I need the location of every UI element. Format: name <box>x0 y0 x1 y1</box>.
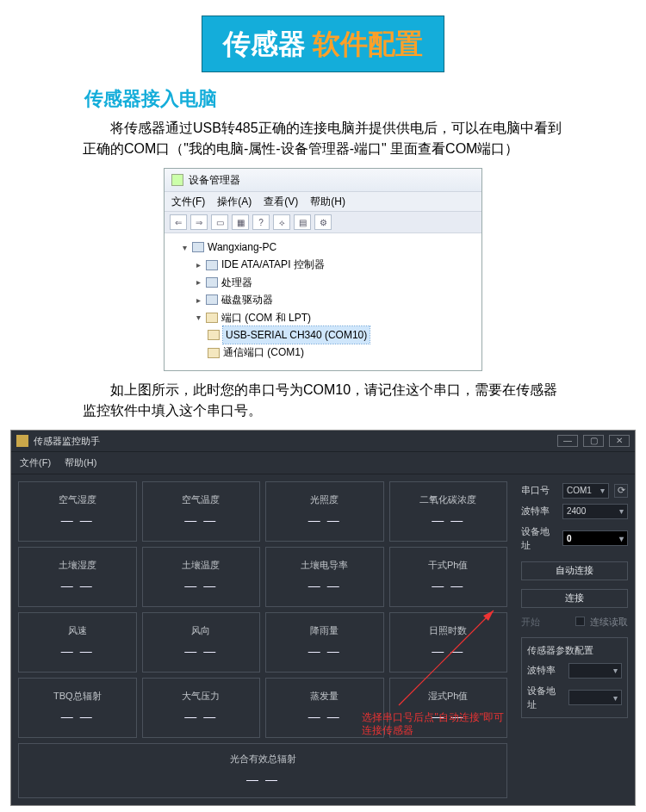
tile-label: 二氧化碳浓度 <box>419 493 476 507</box>
tile-label: 土壤温度 <box>182 558 220 573</box>
sensor-tile: 大气压力— — <box>142 678 261 738</box>
tree-node[interactable]: ▸ IDE ATA/ATAPI 控制器 <box>194 256 475 273</box>
monitor-menu-file[interactable]: 文件(F) <box>20 456 51 470</box>
tile-value: — — <box>308 642 341 660</box>
close-icon[interactable]: ✕ <box>609 435 630 447</box>
expand-icon[interactable]: ▸ <box>194 257 202 272</box>
label-addr: 设备地址 <box>521 524 557 553</box>
tool-rect-icon[interactable]: ▭ <box>211 214 228 230</box>
row-addr: 设备地址 0 ▾ <box>521 524 628 553</box>
tile-value: — — <box>184 642 217 660</box>
checkbox-continuous[interactable] <box>575 617 585 626</box>
tool-help-icon[interactable]: ? <box>252 214 270 230</box>
monitor-window: 传感器监控助手 — ▢ ✕ 文件(F) 帮助(H) 空气湿度— —空气温度— —… <box>11 431 635 805</box>
label-addr2: 设备地址 <box>527 684 563 712</box>
minimize-icon[interactable]: — <box>557 435 578 447</box>
tile-value: — — <box>308 511 341 530</box>
sensor-tile: 二氧化碳浓度— — <box>389 481 508 542</box>
menu-view[interactable]: 查看(V) <box>264 194 298 209</box>
devmgr-toolbar: ⇐ ⇒ ▭ ▦ ? ⟡ ▤ ⚙ <box>165 212 481 233</box>
sensor-tile: 降雨量— — <box>265 612 384 673</box>
tree-node-label: 处理器 <box>221 274 252 291</box>
sensor-grid: 空气湿度— —空气温度— —光照度— —二氧化碳浓度— —土壤湿度— —土壤温度… <box>11 474 514 805</box>
tile-label: 空气温度 <box>182 493 220 507</box>
callout-text: 选择串口号后点"自动连接"即可 连接传感器 <box>362 711 504 738</box>
banner-left: 传感器 <box>223 28 306 59</box>
chevron-down-icon: ▾ <box>600 484 605 497</box>
chevron-down-icon: ▾ <box>613 664 618 677</box>
tile-value: — — <box>308 577 341 595</box>
tile-label: 土壤湿度 <box>59 558 96 573</box>
tile-label: TBQ总辐射 <box>53 689 102 704</box>
device-icon <box>206 294 218 305</box>
expand-icon[interactable]: ▾ <box>180 240 189 255</box>
select-port-value: COM1 <box>567 484 592 497</box>
expand-icon[interactable]: ▸ <box>194 275 202 289</box>
sensor-tile: TBQ总辐射— — <box>18 678 137 738</box>
tree-port-item[interactable]: USB-SERIAL CH340 (COM10) <box>208 326 475 344</box>
tool-scan-icon[interactable]: ⟡ <box>273 214 290 230</box>
tool-list-icon[interactable]: ▤ <box>294 214 311 230</box>
tile-value: — — <box>184 511 217 530</box>
select-port[interactable]: COM1 ▾ <box>562 483 609 499</box>
tool-back-icon[interactable]: ⇐ <box>170 214 187 230</box>
start-label: 开始 <box>521 615 540 629</box>
callout-line2: 连接传感器 <box>362 724 504 738</box>
tile-value: — — <box>184 708 217 726</box>
sensor-tile: 空气温度— — <box>142 481 261 542</box>
device-icon <box>206 260 218 270</box>
row-start: 开始 连续读取 <box>521 615 628 629</box>
tile-value: — — <box>61 577 94 595</box>
tree-ports-label: 端口 (COM 和 LPT) <box>221 309 311 326</box>
monitor-sidebar: 串口号 COM1 ▾ ⟳ 波特率 2400 ▾ 设备地址 0 ▾ <box>514 474 635 805</box>
row-baud: 波特率 2400 ▾ <box>521 504 628 519</box>
select-addr-value: 0 <box>567 532 572 545</box>
monitor-menu-help[interactable]: 帮助(H) <box>65 456 96 470</box>
tree-port-item[interactable]: 通信端口 (COM1) <box>208 344 475 361</box>
monitor-body: 空气湿度— —空气温度— —光照度— —二氧化碳浓度— —土壤湿度— —土壤温度… <box>11 474 635 805</box>
menu-help[interactable]: 帮助(H) <box>310 194 345 209</box>
maximize-icon[interactable]: ▢ <box>583 435 604 447</box>
tile-value: — — <box>61 511 94 530</box>
tree-node-label: IDE ATA/ATAPI 控制器 <box>221 256 325 273</box>
tree-root[interactable]: ▾ Wangxiang-PC <box>180 239 475 256</box>
select-addr[interactable]: 0 ▾ <box>562 530 628 546</box>
tree-node-ports[interactable]: ▾ 端口 (COM 和 LPT) <box>194 309 475 326</box>
tool-gear-icon[interactable]: ⚙ <box>314 214 332 230</box>
device-manager-window: 设备管理器 文件(F) 操作(A) 查看(V) 帮助(H) ⇐ ⇒ ▭ ▦ ? … <box>164 168 482 371</box>
select-baud[interactable]: 2400 ▾ <box>562 504 628 519</box>
svg-line-0 <box>399 611 494 705</box>
expand-icon[interactable]: ▸ <box>194 293 202 307</box>
label-baud2: 波特率 <box>527 663 563 678</box>
select-addr2[interactable]: ▾ <box>568 690 622 705</box>
tree-node[interactable]: ▸ 磁盘驱动器 <box>194 291 475 308</box>
refresh-port-button[interactable]: ⟳ <box>614 484 628 498</box>
tile-label: 光合有效总辐射 <box>230 752 296 766</box>
paragraph-2: 如上图所示，此时您的串口号为COM10，请记住这个串口，需要在传感器监控软件中填… <box>83 380 563 421</box>
tool-grid-icon[interactable]: ▦ <box>232 214 249 230</box>
tool-fwd-icon[interactable]: ⇒ <box>190 214 208 230</box>
tile-label: 风速 <box>68 623 87 638</box>
tile-label: 土壤电导率 <box>301 558 348 573</box>
tile-label: 蒸发量 <box>310 689 339 704</box>
devmgr-icon <box>171 174 183 186</box>
tile-label: 空气湿度 <box>59 493 96 507</box>
monitor-titlebar: 传感器监控助手 — ▢ ✕ <box>11 431 635 453</box>
menu-file[interactable]: 文件(F) <box>171 194 205 209</box>
auto-connect-button[interactable]: 自动连接 <box>521 561 628 580</box>
device-icon <box>206 277 218 288</box>
sensor-tile: 空气湿度— — <box>18 481 137 542</box>
monitor-window-wrap: 传感器监控助手 — ▢ ✕ 文件(F) 帮助(H) 空气湿度— —空气温度— —… <box>10 430 636 806</box>
sensor-tile-wide: 光合有效总辐射— — <box>18 743 507 798</box>
tree-node[interactable]: ▸ 处理器 <box>194 274 475 291</box>
label-port: 串口号 <box>521 483 557 498</box>
select-baud2[interactable]: ▾ <box>568 663 622 679</box>
expand-icon[interactable]: ▾ <box>194 310 202 325</box>
chevron-down-icon: ▾ <box>619 532 624 545</box>
tile-value: — — <box>432 577 464 595</box>
tree-root-label: Wangxiang-PC <box>208 239 276 256</box>
menu-action[interactable]: 操作(A) <box>217 194 252 209</box>
checkbox-label: 连续读取 <box>590 615 628 629</box>
computer-icon <box>192 242 204 252</box>
connect-button[interactable]: 连接 <box>521 589 628 608</box>
